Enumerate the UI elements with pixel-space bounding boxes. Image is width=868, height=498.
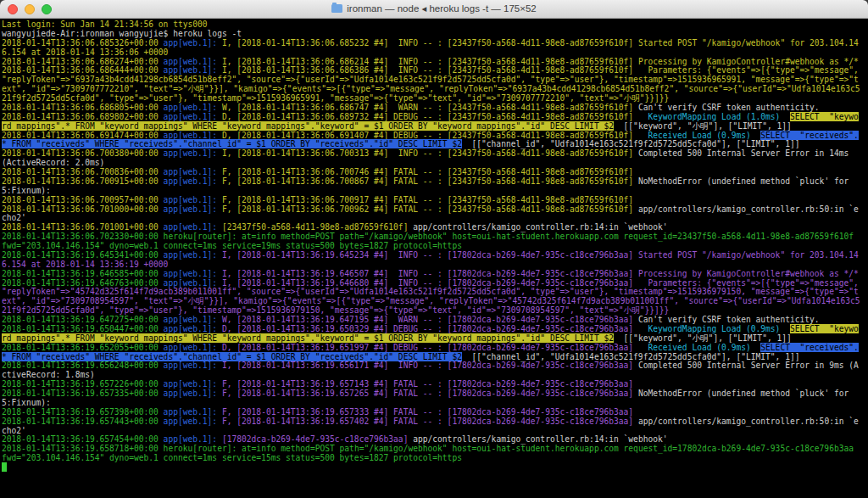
terminal-line: 2018-01-14T13:36:06.700915+00:00 app[web… (2, 177, 861, 196)
terminal-line: 2018-01-14T13:36:06.689802+00:00 app[web… (2, 113, 861, 131)
terminal-text-segment: Received Load (0.9ms) (648, 131, 750, 140)
terminal-text-segment: app[web.1]: (164, 176, 222, 186)
terminal-text-segment: 2018-01-14T13:36:19.658718+00:00 (2, 444, 164, 453)
terminal-line: 2018-01-14T13:36:19.652055+00:00 app[web… (2, 344, 861, 362)
terminal-text-segment: I, [2018-01-14T13:36:06.700313 #4] INFO … (222, 148, 638, 158)
terminal-line: 2018-01-14T13:36:19.657335+00:00 app[web… (2, 389, 861, 408)
terminal-text-segment: app[web.1]: (164, 278, 222, 288)
terminal-text-segment (780, 324, 790, 333)
terminal-text-segment: app[web.1]: (164, 195, 222, 204)
terminal-text-segment: app/controllers/kamigo_controller.rb:14:… (413, 222, 667, 232)
terminal-text-segment: F, [2018-01-14T13:36:06.700746 #4] FATAL… (222, 167, 638, 176)
terminal-text-segment: 2018-01-14T13:36:06.686805+00:00 (2, 103, 164, 112)
terminal-text-segment: F, [2018-01-14T13:36:19.657333 #4] FATAL… (222, 407, 638, 417)
terminal-text-segment: app[web.1]: (164, 324, 222, 333)
terminal-text-segment: D, [2018-01-14T13:36:06.691407 #4] DEBUG… (222, 131, 648, 140)
terminal-text-segment: F, [2018-01-14T13:36:06.700867 #4] FATAL… (222, 176, 638, 186)
terminal-text-segment: F, [2018-01-14T13:36:19.657402 #4] FATAL… (222, 417, 638, 426)
terminal-text-segment: 2018-01-14T13:36:06.700957+00:00 (2, 195, 164, 204)
terminal-text-segment: 2018-01-14T13:36:19.657335+00:00 (2, 389, 164, 398)
terminal-text-segment: app[web.1]: (164, 38, 222, 48)
terminal-text-segment: app[web.1]: (164, 167, 222, 176)
terminal-line: 2018-01-14T13:36:19.657443+00:00 app[web… (2, 417, 861, 436)
terminal-text-segment: app[web.1]: (164, 407, 222, 417)
terminal-text-segment: Last login: Sun Jan 14 21:34:56 on ttys0… (2, 20, 208, 29)
terminal-text-segment: 2018-01-14T13:36:19.657454+00:00 (2, 434, 164, 444)
terminal-text-segment: I, [2018-01-14T13:36:19.646507 #4] INFO … (222, 269, 859, 278)
terminal-text-segment: app[web.1]: (164, 65, 222, 75)
terminal-text-segment: app[web.1]: (164, 222, 222, 232)
minimize-button[interactable] (25, 4, 35, 14)
terminal-text-segment: 2018-01-14T13:36:06.685326+00:00 (2, 38, 164, 48)
terminal-text-segment: 2018-01-14T13:36:19.646763+00:00 (2, 278, 164, 288)
terminal-text-segment: app[web.1]: (164, 269, 222, 278)
terminal-line (2, 463, 861, 473)
terminal-text-segment: app[web.1]: (164, 434, 222, 444)
title-area: ironman — node ◂ heroku logs -t — 175×52 (0, 0, 868, 17)
terminal-text-segment: F, [2018-01-14T13:36:06.700917 #4] FATAL… (222, 195, 638, 204)
terminal-text-segment: app/controllers/kamigo_controller.rb:14:… (413, 434, 667, 444)
zoom-button[interactable] (42, 4, 52, 14)
terminal-text-segment: I, [2018-01-14T13:36:19.656171 #4] INFO … (222, 361, 638, 370)
terminal-line: 2018-01-14T13:36:19.650447+00:00 app[web… (2, 325, 861, 344)
terminal-line: 2018-01-14T13:36:06.686444+00:00 app[web… (2, 66, 861, 104)
terminal-text-segment: 2018-01-14T13:36:06.701000+00:00 (2, 204, 164, 214)
terminal-text-segment (751, 131, 761, 140)
terminal-text-segment: D, [2018-01-14T13:36:19.650329 #4] DEBUG… (222, 324, 648, 333)
terminal-line: 2018-01-14T13:36:19.645341+00:00 app[web… (2, 251, 861, 270)
terminal-text-segment: D, [2018-01-14T13:36:19.651997 #4] DEBUG… (222, 343, 648, 352)
terminal-text-segment: 2018-01-14T13:36:19.657226+00:00 (2, 379, 164, 389)
terminal-text-segment: 2018-01-14T13:36:19.650447+00:00 (2, 324, 164, 333)
terminal-text-segment: [["keyword", "小明"], ["LIMIT", 1]] (614, 333, 792, 343)
terminal-cursor (2, 462, 7, 472)
terminal-text-segment: wangyujiede-Air:ironman wangyujie$ herok… (2, 29, 242, 38)
terminal-text-segment: [["keyword", "小明"], ["LIMIT", 1]] (614, 121, 792, 131)
terminal-text-segment: W, [2018-01-14T13:36:19.647195 #4] WARN … (222, 315, 638, 324)
close-button[interactable] (8, 4, 18, 14)
title-bar[interactable]: ironman — node ◂ heroku logs -t — 175×52 (0, 0, 868, 19)
terminal-text-segment: 2018-01-14T13:36:06.700836+00:00 (2, 167, 164, 176)
terminal-text-segment: app[web.1]: (164, 389, 222, 398)
terminal-line: 2018-01-14T13:36:19.656248+00:00 app[web… (2, 361, 861, 380)
terminal-text-segment: 2018-01-14T13:36:06.689802+00:00 (2, 112, 164, 121)
terminal-text-segment: Can't verify CSRF token authenticity. (638, 103, 820, 112)
terminal-line: 2018-01-14T13:36:06.691474+00:00 app[web… (2, 131, 861, 150)
terminal-text-segment: F, [2018-01-14T13:36:19.657265 #4] FATAL… (222, 389, 638, 398)
terminal-text-segment: 2018-01-14T13:36:19.657443+00:00 (2, 417, 164, 426)
terminal-text-segment: F, [2018-01-14T13:36:06.700962 #4] FATAL… (222, 204, 638, 214)
terminal-text-segment: 2018-01-14T13:36:06.691474+00:00 (2, 131, 164, 140)
terminal-line: 2018-01-14T13:36:19.658718+00:00 heroku[… (2, 445, 861, 463)
terminal-text-segment: app[web.1]: (164, 112, 222, 121)
terminal-text-segment: app[web.1]: (164, 131, 222, 140)
terminal-text-segment: 2018-01-14T13:36:19.646585+00:00 (2, 269, 164, 278)
terminal-text-segment: app[web.1]: (164, 343, 222, 352)
window-controls (0, 4, 52, 14)
terminal-text-segment: app[web.1]: (164, 315, 222, 324)
terminal-text-segment: app[web.1]: (164, 379, 222, 389)
terminal-text-segment: 2018-01-14T13:36:06.686444+00:00 (2, 65, 164, 75)
terminal-text-segment: app[web.1]: (164, 57, 222, 66)
terminal-text-segment: KeywordMapping Load (1.0ms) (648, 112, 780, 121)
terminal-text-segment (751, 343, 761, 352)
terminal-text-segment: 2018-01-14T13:36:06.700380+00:00 (2, 148, 164, 158)
terminal-text-segment: app[web.1]: (164, 204, 222, 214)
terminal-text-segment: 2018-01-14T13:36:06.701001+00:00 (2, 222, 164, 232)
terminal-line: 2018-01-14T13:36:06.685326+00:00 app[web… (2, 39, 861, 58)
terminal-text-segment: heroku[router]: (164, 444, 242, 453)
terminal-text-segment: [["channel_id", "Udfa1014e163c521f9f2d57… (462, 352, 800, 361)
window-title: ironman — node ◂ heroku logs -t — 175×52 (347, 3, 536, 14)
terminal-text-segment: KeywordMapping Load (0.9ms) (648, 324, 780, 333)
terminal-text-segment: Can't verify CSRF token authenticity. (638, 315, 820, 324)
terminal-screen[interactable]: Last login: Sun Jan 14 21:34:56 on ttys0… (0, 19, 868, 498)
terminal-text-segment: 2018-01-14T13:36:19.645341+00:00 (2, 250, 164, 260)
terminal-text-segment: [23437f50-a568-4d11-98e8-ad87659f610f] (222, 222, 413, 232)
terminal-line: 2018-01-14T13:36:06.700380+00:00 app[web… (2, 149, 861, 168)
terminal-line: 2018-01-14T13:36:19.646763+00:00 app[web… (2, 279, 861, 316)
terminal-text-segment: 2018-01-14T13:36:19.657398+00:00 (2, 407, 164, 417)
terminal-text-segment: [17802dca-b269-4de7-935c-c18ce796b3aa] (222, 434, 413, 444)
terminal-line: 2018-01-14T13:36:06.702330+00:00 heroku[… (2, 232, 861, 251)
terminal-text-segment: W, [2018-01-14T13:36:06.686747 #4] WARN … (222, 103, 638, 112)
terminal-text-segment: app[web.1]: (164, 361, 222, 370)
terminal-text-segment: 2018-01-14T13:36:19.647275+00:00 (2, 315, 164, 324)
terminal-text-segment: Received Load (0.9ms) (648, 343, 750, 352)
